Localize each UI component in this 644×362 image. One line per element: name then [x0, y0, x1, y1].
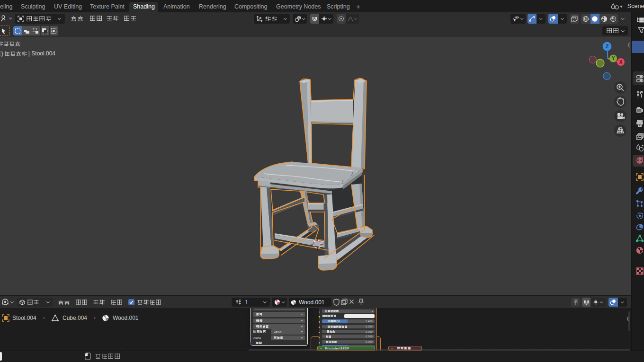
svg-text:X: X — [619, 60, 623, 65]
svg-text:Z: Z — [606, 44, 609, 49]
svg-text:Y: Y — [612, 56, 615, 61]
